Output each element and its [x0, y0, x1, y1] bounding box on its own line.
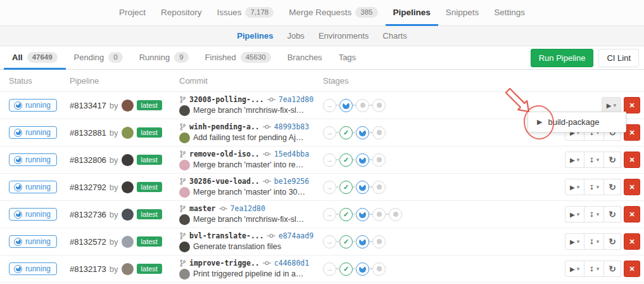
- commit-sha-link[interactable]: e874aad9: [279, 231, 313, 240]
- stage-status-created-icon[interactable]: [372, 126, 386, 139]
- download-artifacts-button[interactable]: ↧▾: [584, 179, 604, 195]
- user-avatar[interactable]: [122, 236, 134, 248]
- cancel-pipeline-button[interactable]: ✕: [624, 261, 640, 277]
- cancel-pipeline-button[interactable]: ✕: [624, 206, 640, 223]
- tab-running[interactable]: Running9: [131, 46, 197, 70]
- commit-sha-link[interactable]: c44680d1: [274, 259, 309, 268]
- stage-status-created-icon[interactable]: [389, 208, 402, 221]
- nav-item-settings[interactable]: Settings: [486, 0, 533, 26]
- pipeline-id-link[interactable]: #8132806: [70, 155, 106, 165]
- nav-item-pipelines[interactable]: Pipelines: [386, 0, 438, 26]
- stage-status-created-icon[interactable]: [372, 99, 386, 112]
- stage-status-running-icon[interactable]: [356, 181, 369, 194]
- subnav-item-environments[interactable]: Environments: [312, 31, 376, 41]
- stage-status-created-icon[interactable]: [372, 181, 386, 194]
- download-artifacts-button[interactable]: ↧▾: [584, 152, 604, 168]
- user-avatar[interactable]: [122, 154, 134, 166]
- status-badge-running[interactable]: running: [9, 181, 57, 193]
- user-avatar[interactable]: [122, 263, 134, 275]
- stage-status-running-icon[interactable]: [356, 235, 369, 248]
- status-badge-running[interactable]: running: [9, 208, 57, 221]
- retry-pipeline-button[interactable]: ↻: [603, 179, 621, 195]
- ci-lint-button[interactable]: CI Lint: [598, 49, 639, 67]
- branch-name-link[interactable]: bvl-translate-...: [189, 231, 264, 240]
- tab-finished[interactable]: Finished45630: [197, 46, 279, 70]
- status-badge-running[interactable]: running: [9, 99, 57, 112]
- stage-status-running-icon[interactable]: [356, 208, 369, 221]
- stage-status-skipped-icon[interactable]: →: [323, 181, 336, 194]
- stage-status-skipped-icon[interactable]: →: [323, 126, 336, 139]
- tab-all[interactable]: All47649: [4, 46, 66, 70]
- pipeline-id-link[interactable]: #8132572: [70, 237, 106, 247]
- stage-status-running-icon[interactable]: [339, 99, 353, 112]
- branch-name-link[interactable]: 32008-polling-...: [189, 95, 264, 104]
- run-pipeline-button[interactable]: Run Pipeline: [531, 49, 594, 67]
- stage-status-skipped-icon[interactable]: →: [323, 153, 336, 167]
- commit-message-link[interactable]: Merge branch 'master' into re…: [193, 160, 303, 169]
- tab-branches[interactable]: Branches: [279, 46, 331, 70]
- retry-pipeline-button[interactable]: ↻: [603, 152, 621, 168]
- stage-status-passed-icon[interactable]: ✓: [339, 262, 353, 276]
- stage-status-passed-icon[interactable]: ✓: [339, 208, 353, 221]
- pipeline-id-link[interactable]: #8133417: [70, 101, 106, 110]
- nav-item-repository[interactable]: Repository: [153, 0, 210, 26]
- download-artifacts-button[interactable]: ↧▾: [584, 206, 604, 223]
- download-artifacts-button[interactable]: ↧▾: [584, 261, 604, 277]
- nav-item-snippets[interactable]: Snippets: [438, 0, 487, 26]
- cancel-pipeline-button[interactable]: ✕: [624, 152, 640, 168]
- stage-status-passed-icon[interactable]: ✓: [339, 153, 353, 167]
- download-artifacts-button[interactable]: ↧▾: [584, 233, 604, 250]
- dropdown-item-build-package[interactable]: ▶ build-package: [528, 117, 626, 127]
- commit-sha-link[interactable]: be1e9256: [274, 177, 309, 186]
- stage-status-created-icon[interactable]: [356, 99, 369, 112]
- commit-message-link[interactable]: Merge branch 'mrchrisw-fix-sl…: [193, 215, 304, 224]
- stage-status-running-icon[interactable]: [356, 262, 369, 276]
- stage-status-created-icon[interactable]: [372, 208, 386, 221]
- stage-status-created-icon[interactable]: [372, 262, 386, 276]
- subnav-item-pipelines[interactable]: Pipelines: [230, 31, 280, 41]
- status-badge-running[interactable]: running: [9, 126, 57, 139]
- branch-name-link[interactable]: master: [189, 204, 216, 213]
- retry-pipeline-button[interactable]: ↻: [603, 233, 621, 250]
- commit-sha-link[interactable]: 15ed4bba: [274, 150, 309, 158]
- tab-tags[interactable]: Tags: [331, 46, 364, 70]
- commit-message-link[interactable]: Print triggered pipeline id in a…: [193, 269, 303, 278]
- status-badge-running[interactable]: running: [9, 153, 57, 166]
- tab-pending[interactable]: Pending0: [66, 46, 131, 70]
- pipeline-id-link[interactable]: #8132173: [70, 264, 106, 274]
- pipeline-id-link[interactable]: #8132736: [70, 210, 106, 219]
- stage-status-running-icon[interactable]: [356, 153, 369, 167]
- status-badge-running[interactable]: running: [9, 262, 57, 275]
- stage-status-skipped-icon[interactable]: →: [323, 99, 336, 112]
- branch-name-link[interactable]: 30286-vue-load..: [189, 177, 260, 186]
- cancel-pipeline-button[interactable]: ✕: [624, 233, 640, 250]
- pipeline-id-link[interactable]: #8132792: [70, 183, 106, 192]
- manual-actions-button[interactable]: ▶▾: [565, 261, 584, 277]
- stage-status-passed-icon[interactable]: ✓: [339, 235, 353, 248]
- stage-status-passed-icon[interactable]: ✓: [339, 181, 353, 194]
- branch-name-link[interactable]: winh-pending-a..: [189, 122, 260, 131]
- manual-actions-button[interactable]: ▶▾: [565, 152, 584, 168]
- stage-status-created-icon[interactable]: [372, 235, 386, 248]
- user-avatar[interactable]: [122, 100, 134, 112]
- commit-message-link[interactable]: Add failing test for pending Aj…: [193, 133, 303, 142]
- branch-name-link[interactable]: improve-trigge..: [189, 259, 260, 268]
- stage-status-skipped-icon[interactable]: →: [323, 262, 336, 276]
- retry-pipeline-button[interactable]: ↻: [603, 206, 621, 223]
- status-badge-running[interactable]: running: [9, 235, 57, 248]
- commit-message-link[interactable]: Generate translation files: [193, 242, 281, 251]
- branch-name-link[interactable]: remove-old-iso..: [189, 150, 260, 158]
- commit-sha-link[interactable]: 7ea12d80: [279, 95, 313, 104]
- manual-actions-button[interactable]: ▶▾: [565, 179, 584, 195]
- pipeline-id-link[interactable]: #8132881: [70, 128, 106, 138]
- manual-actions-button[interactable]: ▶▾: [565, 233, 584, 250]
- commit-sha-link[interactable]: 48993b83: [274, 122, 309, 131]
- subnav-item-jobs[interactable]: Jobs: [280, 31, 311, 41]
- nav-item-merge-requests[interactable]: Merge Requests385: [281, 0, 385, 26]
- user-avatar[interactable]: [122, 127, 134, 139]
- stage-status-created-icon[interactable]: [372, 153, 386, 167]
- stage-status-passed-icon[interactable]: ✓: [339, 126, 353, 139]
- stage-status-skipped-icon[interactable]: →: [323, 235, 336, 248]
- commit-sha-link[interactable]: 7ea12d80: [230, 204, 265, 213]
- commit-message-link[interactable]: Merge branch 'master' into 30…: [193, 188, 305, 197]
